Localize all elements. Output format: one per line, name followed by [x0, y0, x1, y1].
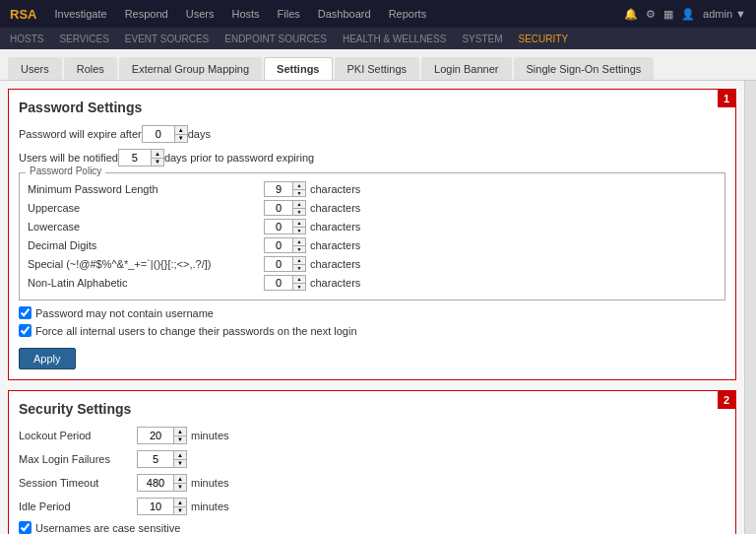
- security-input-0[interactable]: ▲ ▼: [137, 427, 187, 444]
- tab-bar: Users Roles External Group Mapping Setti…: [0, 49, 756, 81]
- policy-input-5[interactable]: ▲ ▼: [264, 275, 306, 291]
- policy-box-label: Password Policy: [26, 166, 105, 176]
- notify-input[interactable]: [119, 150, 151, 166]
- secnav-endpoint-sources[interactable]: ENDPOINT SOURCES: [224, 33, 327, 44]
- policy-spin-down-0[interactable]: ▼: [293, 189, 305, 197]
- security-spin-up-0[interactable]: ▲: [174, 428, 186, 435]
- nav-investigate[interactable]: Investigate: [46, 8, 114, 20]
- tab-login-banner[interactable]: Login Banner: [421, 57, 511, 80]
- checkbox-force[interactable]: [19, 324, 32, 337]
- policy-input-val-4[interactable]: [265, 257, 292, 271]
- security-input-val-1[interactable]: [138, 451, 173, 467]
- policy-row-4: Special (~!@#$%^&*_+=`|(){}[:;<>,.?/]) ▲…: [28, 256, 717, 272]
- security-input-val-2[interactable]: [138, 475, 173, 491]
- security-input-1[interactable]: ▲ ▼: [137, 450, 187, 468]
- policy-unit-0: characters: [310, 183, 360, 195]
- expiry-label-after: days: [188, 128, 211, 140]
- policy-spin-down-2[interactable]: ▼: [293, 227, 305, 234]
- security-spin-down-3[interactable]: ▼: [174, 506, 186, 515]
- security-row-1: Max Login Failures ▲ ▼: [19, 450, 725, 468]
- policy-input-val-0[interactable]: [265, 182, 292, 196]
- checkbox-case-label: Usernames are case sensitive: [35, 522, 180, 534]
- policy-spin-down-1[interactable]: ▼: [293, 208, 305, 216]
- policy-input-val-5[interactable]: [265, 276, 292, 290]
- security-spin-down-1[interactable]: ▼: [174, 459, 186, 468]
- expiry-spinners: ▲ ▼: [174, 126, 187, 142]
- policy-spin-down-4[interactable]: ▼: [293, 264, 305, 272]
- policy-input-1[interactable]: ▲ ▼: [264, 200, 306, 216]
- scrollbar[interactable]: [744, 81, 756, 534]
- checkbox-username[interactable]: [19, 306, 32, 319]
- expiry-input[interactable]: [143, 126, 174, 142]
- policy-row-1: Uppercase ▲ ▼ characters: [28, 200, 717, 216]
- expiry-spin-up[interactable]: ▲: [175, 126, 187, 134]
- secnav-health-wellness[interactable]: HEALTH & WELLNESS: [343, 33, 446, 44]
- policy-input-4[interactable]: ▲ ▼: [264, 256, 306, 272]
- policy-spin-down-3[interactable]: ▼: [293, 245, 305, 253]
- policy-input-val-1[interactable]: [265, 201, 292, 215]
- main-content: 1 Password Settings Password will expire…: [0, 81, 756, 534]
- notify-spin-down[interactable]: ▼: [152, 158, 163, 167]
- security-spin-down-2[interactable]: ▼: [174, 483, 186, 492]
- section-number-1: 1: [718, 90, 735, 107]
- icon-bell: 🔔: [624, 8, 638, 21]
- security-input-3[interactable]: ▲ ▼: [137, 498, 187, 515]
- policy-spinners-1: ▲ ▼: [292, 201, 305, 215]
- policy-row-3: Decimal Digits ▲ ▼ characters: [28, 237, 717, 253]
- policy-input-3[interactable]: ▲ ▼: [264, 237, 306, 253]
- admin-label[interactable]: admin ▼: [703, 8, 746, 20]
- secnav-event-sources[interactable]: EVENT SOURCES: [125, 33, 209, 44]
- tab-pki-settings[interactable]: PKI Settings: [335, 57, 420, 80]
- security-spin-down-0[interactable]: ▼: [174, 435, 186, 444]
- policy-unit-1: characters: [310, 202, 360, 214]
- policy-input-0[interactable]: ▲ ▼: [264, 181, 306, 197]
- security-spin-up-3[interactable]: ▲: [174, 499, 186, 506]
- policy-rows: Minimum Password Length ▲ ▼ characters U…: [28, 181, 717, 291]
- tab-users[interactable]: Users: [8, 57, 62, 80]
- secondary-navigation: HOSTS SERVICES EVENT SOURCES ENDPOINT SO…: [0, 28, 756, 49]
- expiry-spin-down[interactable]: ▼: [175, 134, 187, 143]
- secnav-services[interactable]: SERVICES: [59, 33, 108, 44]
- nav-respond[interactable]: Respond: [117, 8, 176, 20]
- security-spin-up-2[interactable]: ▲: [174, 475, 186, 483]
- tab-external-group-mapping[interactable]: External Group Mapping: [119, 57, 262, 80]
- secnav-security[interactable]: SECURITY: [519, 33, 569, 44]
- nav-users[interactable]: Users: [178, 8, 222, 20]
- expiry-input-field[interactable]: ▲ ▼: [142, 125, 188, 143]
- policy-spinners-3: ▲ ▼: [292, 238, 305, 252]
- password-settings-title: Password Settings: [19, 100, 725, 115]
- security-spin-up-1[interactable]: ▲: [174, 451, 186, 459]
- nav-files[interactable]: Files: [270, 8, 308, 20]
- secnav-system[interactable]: SYSTEM: [462, 33, 502, 44]
- policy-unit-2: characters: [310, 221, 360, 233]
- nav-reports[interactable]: Reports: [381, 8, 435, 20]
- nav-hosts[interactable]: Hosts: [223, 8, 267, 20]
- policy-unit-4: characters: [310, 258, 360, 270]
- security-spinners-3: ▲ ▼: [173, 499, 186, 514]
- password-apply-button[interactable]: Apply: [19, 348, 76, 369]
- secnav-hosts[interactable]: HOSTS: [10, 33, 43, 44]
- security-input-2[interactable]: ▲ ▼: [137, 474, 187, 492]
- notify-spin-up[interactable]: ▲: [152, 150, 163, 158]
- notify-row: Users will be notified ▲ ▼ days prior to…: [19, 149, 725, 167]
- expiry-label-before: Password will expire after: [19, 128, 142, 140]
- tab-roles[interactable]: Roles: [64, 57, 117, 80]
- nav-dashboard[interactable]: Dashboard: [310, 8, 379, 20]
- top-nav-right: 🔔 ⚙ ▦ 👤 admin ▼: [624, 8, 746, 21]
- security-settings-section: 2 Security Settings Lockout Period ▲ ▼ m…: [8, 390, 736, 534]
- policy-spin-down-5[interactable]: ▼: [293, 283, 305, 291]
- security-unit-3: minutes: [191, 501, 229, 512]
- security-input-val-0[interactable]: [138, 428, 173, 443]
- notify-input-field[interactable]: ▲ ▼: [118, 149, 164, 167]
- checkbox-case-sensitive[interactable]: [19, 521, 32, 534]
- policy-input-2[interactable]: ▲ ▼: [264, 219, 306, 234]
- policy-input-val-3[interactable]: [265, 238, 292, 252]
- password-settings-section: 1 Password Settings Password will expire…: [8, 89, 736, 380]
- icon-grid: ▦: [663, 8, 673, 21]
- tab-single-sign-on[interactable]: Single Sign-On Settings: [514, 57, 655, 80]
- policy-input-val-2[interactable]: [265, 220, 292, 234]
- security-input-val-3[interactable]: [138, 499, 173, 514]
- policy-spinners-5: ▲ ▼: [292, 276, 305, 290]
- tab-settings[interactable]: Settings: [264, 57, 332, 80]
- checkbox-username-label: Password may not contain username: [35, 307, 214, 319]
